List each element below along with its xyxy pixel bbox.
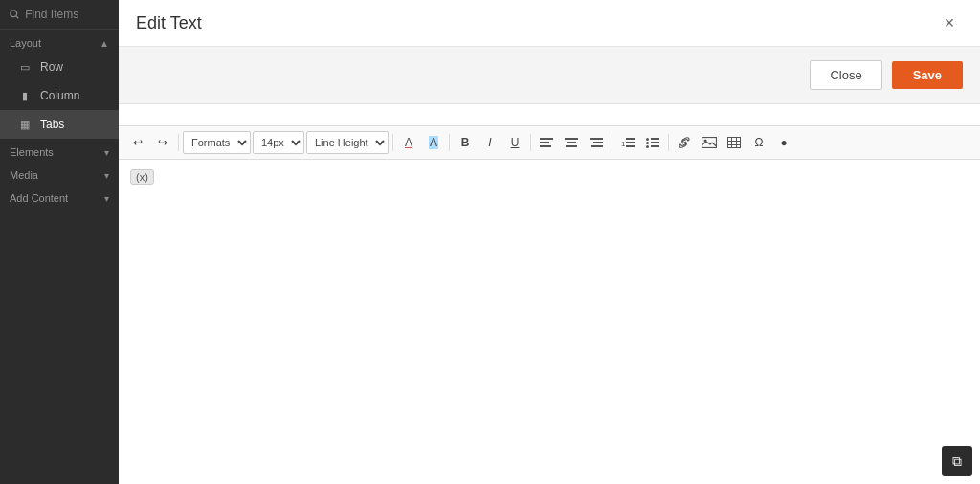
- link-chain-icon: ⧉: [952, 453, 962, 470]
- layout-label: Layout: [10, 37, 41, 49]
- tabs-icon: ▦: [17, 117, 33, 132]
- svg-rect-10: [591, 145, 603, 147]
- sidebar-item-row-label: Row: [40, 60, 63, 74]
- link-button[interactable]: [673, 131, 696, 154]
- align-center-button[interactable]: [560, 131, 583, 154]
- dialog-title: Edit Text: [136, 13, 202, 33]
- sidebar-item-tabs-label: Tabs: [40, 118, 64, 131]
- font-color-button[interactable]: A: [397, 131, 420, 154]
- unordered-list-icon: [646, 137, 659, 148]
- svg-rect-4: [540, 145, 551, 147]
- elements-section[interactable]: Elements ▾: [0, 139, 119, 162]
- redo-button[interactable]: ↪: [151, 131, 174, 154]
- svg-rect-13: [626, 142, 635, 143]
- sidebar-item-tabs[interactable]: ▦ Tabs: [0, 110, 119, 139]
- svg-rect-22: [702, 138, 717, 148]
- sidebar-search[interactable]: [0, 0, 119, 30]
- gap-area: [119, 104, 980, 125]
- bold-button[interactable]: B: [454, 131, 477, 154]
- svg-rect-3: [540, 142, 549, 143]
- media-chevron: ▾: [104, 170, 109, 181]
- image-button[interactable]: [698, 131, 721, 154]
- main-panel: Edit Text × Close Save ↩ ↪ Formats 14px …: [119, 0, 980, 484]
- svg-rect-24: [728, 138, 741, 148]
- image-icon: [702, 137, 717, 148]
- ordered-list-button[interactable]: 1.: [616, 131, 639, 154]
- bottom-right-icon[interactable]: ⧉: [942, 446, 972, 476]
- editor-area[interactable]: (x): [119, 160, 980, 484]
- divider-4: [530, 134, 531, 151]
- add-content-section[interactable]: Add Content ▾: [0, 185, 119, 208]
- variable-tag: (x): [130, 169, 154, 185]
- elements-label: Elements: [10, 146, 54, 158]
- svg-rect-6: [567, 142, 576, 143]
- unordered-list-button[interactable]: [641, 131, 664, 154]
- layout-section[interactable]: Layout ▲: [0, 30, 119, 53]
- divider-5: [612, 134, 612, 151]
- table-button[interactable]: [723, 131, 746, 154]
- align-left-button[interactable]: [535, 131, 558, 154]
- row-icon: ▭: [17, 59, 33, 75]
- align-left-icon: [540, 137, 553, 148]
- svg-rect-20: [651, 145, 659, 147]
- extra-button[interactable]: ●: [772, 131, 795, 154]
- undo-button[interactable]: ↩: [126, 131, 149, 154]
- add-content-label: Add Content: [10, 192, 68, 204]
- search-icon: [10, 9, 19, 20]
- svg-rect-14: [626, 145, 635, 147]
- align-right-button[interactable]: [585, 131, 608, 154]
- add-content-chevron: ▾: [104, 193, 109, 204]
- svg-point-15: [646, 138, 649, 141]
- elements-chevron: ▾: [104, 147, 109, 158]
- sidebar-item-row[interactable]: ▭ Row: [0, 53, 119, 81]
- save-button[interactable]: Save: [892, 61, 963, 89]
- media-section[interactable]: Media ▾: [0, 162, 119, 185]
- editor-toolbar: ↩ ↪ Formats 14px Line Height A A B I: [119, 125, 980, 160]
- svg-rect-18: [651, 138, 659, 140]
- sidebar-item-column[interactable]: ▮ Column: [0, 81, 119, 110]
- divider-1: [178, 134, 179, 151]
- special-char-button[interactable]: Ω: [747, 131, 770, 154]
- ordered-list-icon: 1.: [621, 137, 635, 148]
- media-label: Media: [10, 169, 38, 181]
- font-bg-icon: A: [429, 136, 438, 149]
- link-icon: [678, 137, 691, 148]
- layout-chevron: ▲: [100, 38, 109, 49]
- svg-rect-2: [540, 138, 553, 140]
- column-icon: ▮: [17, 88, 33, 103]
- sidebar: Layout ▲ ▭ Row ▮ Column ▦ Tabs Elements …: [0, 0, 119, 484]
- svg-point-0: [11, 11, 17, 17]
- font-size-select[interactable]: 14px: [253, 131, 304, 154]
- divider-2: [392, 134, 393, 151]
- svg-rect-9: [593, 142, 603, 143]
- divider-3: [449, 134, 450, 151]
- close-button[interactable]: Close: [810, 60, 881, 90]
- close-x-button[interactable]: ×: [936, 10, 963, 36]
- search-input[interactable]: [25, 8, 109, 21]
- editor-wrapper: ↩ ↪ Formats 14px Line Height A A B I: [119, 125, 980, 484]
- sidebar-item-column-label: Column: [40, 89, 79, 102]
- svg-rect-5: [565, 138, 578, 140]
- svg-line-1: [16, 16, 18, 18]
- align-center-icon: [565, 137, 578, 148]
- svg-point-16: [646, 142, 649, 144]
- preview-area: Close Save: [119, 47, 980, 104]
- svg-rect-8: [590, 138, 603, 140]
- svg-rect-7: [566, 145, 577, 147]
- svg-rect-12: [626, 138, 635, 140]
- underline-button[interactable]: U: [503, 131, 526, 154]
- italic-button[interactable]: I: [479, 131, 501, 154]
- font-color-icon: A: [405, 136, 412, 149]
- formats-select[interactable]: Formats: [183, 131, 251, 154]
- svg-rect-19: [651, 142, 659, 143]
- align-right-icon: [590, 137, 603, 148]
- svg-point-17: [646, 145, 649, 148]
- divider-6: [668, 134, 669, 151]
- dialog-header: Edit Text ×: [119, 0, 980, 47]
- line-height-select[interactable]: Line Height: [306, 131, 389, 154]
- table-icon: [727, 137, 741, 148]
- font-bg-button[interactable]: A: [422, 131, 445, 154]
